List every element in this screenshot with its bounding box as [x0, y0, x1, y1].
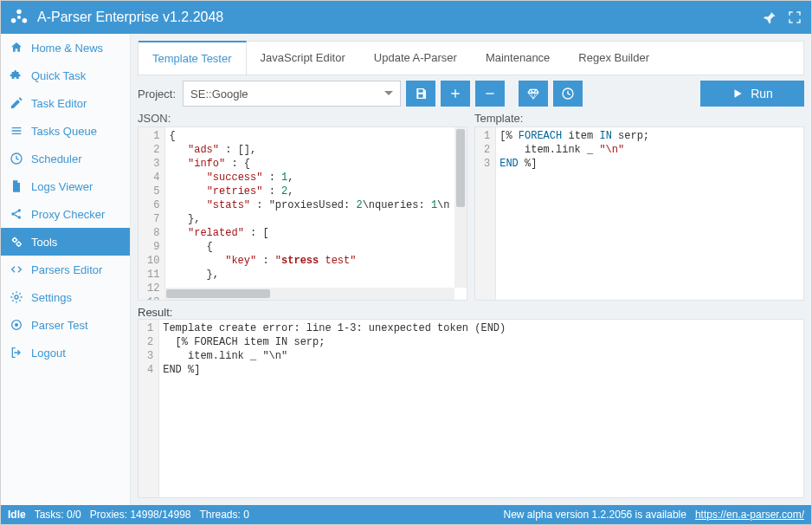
result-panel-label: Result:: [138, 306, 804, 319]
status-update-text: New alpha version 1.2.2056 is available: [503, 509, 686, 521]
sidebar-item-label: Task Editor: [31, 97, 87, 110]
share-icon: [10, 207, 23, 221]
svg-point-3: [17, 16, 21, 19]
play-icon: [731, 88, 744, 100]
svg-point-0: [16, 10, 22, 15]
clock-icon: [10, 152, 23, 165]
sidebar-item-parsers-editor[interactable]: Parsers Editor: [1, 256, 130, 283]
svg-point-8: [13, 238, 16, 242]
sidebar: Home & NewsQuick TaskTask EditorTasks Qu…: [1, 34, 131, 505]
sidebar-item-settings[interactable]: Settings: [1, 283, 130, 311]
tab-bar: Template TesterJavaScript EditorUpdate A…: [138, 41, 804, 75]
sidebar-item-tasks-queue[interactable]: Tasks Queue: [1, 117, 130, 145]
tab-regex-builder[interactable]: Regex Builder: [564, 42, 664, 75]
status-threads: Threads: 0: [200, 509, 249, 521]
home-icon: [10, 41, 23, 55]
file-icon: [10, 179, 23, 193]
sidebar-item-label: Parsers Editor: [31, 263, 102, 276]
run-button[interactable]: Run: [700, 81, 804, 107]
status-proxies: Proxies: 14998/14998: [90, 509, 191, 521]
template-panel: Template: 123 [% FOREACH item IN serp; i…: [474, 112, 804, 301]
tab-maintenance[interactable]: Maintenance: [472, 42, 564, 75]
result-gutter: 1234: [139, 320, 159, 497]
sidebar-item-label: Tools: [31, 236, 57, 249]
svg-point-10: [15, 295, 18, 299]
sidebar-item-label: Home & News: [31, 42, 103, 55]
pin-icon[interactable]: [761, 10, 777, 25]
svg-point-1: [11, 18, 16, 23]
json-panel-label: JSON:: [138, 112, 467, 125]
result-panel: Result: 1234 Template create error: line…: [138, 306, 804, 498]
result-editor[interactable]: 1234 Template create error: line 1-3: un…: [138, 319, 804, 498]
svg-point-2: [23, 18, 27, 23]
json-editor[interactable]: 12345678910111213 { "ads" : [], "info" :…: [138, 126, 467, 301]
sidebar-item-scheduler[interactable]: Scheduler: [1, 145, 130, 172]
fullscreen-icon[interactable]: [787, 10, 802, 25]
diamond-button[interactable]: [519, 81, 548, 107]
app-title: A-Parser Enterprise v1.2.2048: [37, 10, 751, 25]
sidebar-item-label: Scheduler: [31, 152, 82, 165]
status-update-link[interactable]: https://en.a-parser.com/: [695, 509, 804, 521]
sidebar-item-label: Settings: [31, 291, 72, 304]
code-icon: [10, 262, 23, 276]
list-icon: [10, 124, 23, 138]
app-header: A-Parser Enterprise v1.2.2048: [1, 1, 811, 34]
clock-button[interactable]: [553, 81, 583, 107]
sidebar-item-home-news[interactable]: Home & News: [1, 34, 130, 62]
project-select-value: SE::Google: [190, 88, 248, 100]
gears-icon: [10, 235, 23, 249]
sidebar-item-label: Proxy Checker: [31, 208, 105, 221]
sidebar-item-tools[interactable]: Tools: [1, 228, 130, 256]
json-gutter: 12345678910111213: [139, 127, 165, 300]
result-code: Template create error: line 1-3: unexpec…: [159, 320, 803, 497]
svg-point-12: [15, 323, 18, 327]
chevron-down-icon: [384, 91, 393, 100]
sidebar-item-label: Logs Viewer: [31, 180, 93, 193]
json-scrollbar-horizontal[interactable]: [164, 288, 454, 300]
json-panel: JSON: 12345678910111213 { "ads" : [], "i…: [138, 112, 467, 301]
json-scrollbar-vertical[interactable]: [454, 127, 467, 288]
logout-icon: [10, 346, 23, 360]
add-button[interactable]: [441, 81, 470, 107]
sidebar-item-parser-test[interactable]: Parser Test: [1, 311, 130, 339]
status-state: Idle: [8, 509, 26, 521]
sidebar-item-label: Parser Test: [31, 319, 88, 332]
status-bar: Idle Tasks: 0/0 Proxies: 14998/14998 Thr…: [1, 505, 811, 524]
project-select[interactable]: SE::Google: [183, 81, 401, 107]
sidebar-item-label: Logout: [31, 347, 66, 360]
main-content: Template TesterJavaScript EditorUpdate A…: [131, 34, 811, 505]
toolbar: Project: SE::Google Run: [138, 81, 804, 107]
puzzle-icon: [10, 68, 23, 82]
tab-update-a-parser[interactable]: Update A-Parser: [360, 42, 472, 75]
template-panel-label: Template:: [474, 112, 804, 125]
pencil-icon: [10, 96, 23, 110]
run-button-label: Run: [751, 87, 773, 100]
svg-point-9: [17, 243, 21, 246]
project-label: Project:: [138, 88, 176, 100]
remove-button[interactable]: [475, 81, 505, 107]
sidebar-item-label: Quick Task: [31, 69, 86, 82]
template-code[interactable]: [% FOREACH item IN serp; item.link _ "\n…: [496, 127, 803, 300]
sidebar-item-quick-task[interactable]: Quick Task: [1, 62, 130, 89]
sidebar-item-proxy-checker[interactable]: Proxy Checker: [1, 200, 130, 228]
sidebar-item-logout[interactable]: Logout: [1, 339, 130, 366]
sidebar-item-logs-viewer[interactable]: Logs Viewer: [1, 172, 130, 200]
json-code[interactable]: { "ads" : [], "info" : { "success" : 1, …: [165, 127, 467, 300]
sidebar-item-label: Tasks Queue: [31, 125, 97, 138]
template-gutter: 123: [475, 127, 496, 300]
sidebar-item-task-editor[interactable]: Task Editor: [1, 89, 130, 117]
tab-template-tester[interactable]: Template Tester: [139, 41, 247, 75]
app-logo-icon: [10, 8, 29, 27]
tab-javascript-editor[interactable]: JavaScript Editor: [247, 42, 360, 75]
target-icon: [10, 318, 23, 332]
save-button[interactable]: [406, 81, 435, 107]
gear-icon: [10, 290, 23, 304]
status-tasks: Tasks: 0/0: [35, 509, 81, 521]
template-editor[interactable]: 123 [% FOREACH item IN serp; item.link _…: [474, 126, 804, 301]
